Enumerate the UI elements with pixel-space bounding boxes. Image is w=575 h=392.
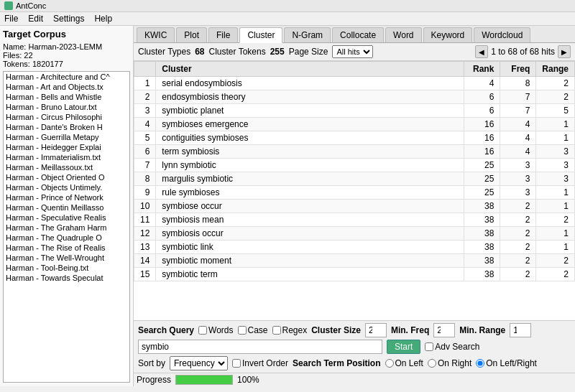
sidebar-file-item[interactable]: Harman - The Graham Harm bbox=[4, 223, 129, 233]
cluster-size-label: Cluster Size bbox=[311, 325, 361, 335]
table-row[interactable]: 12 symbiosis occur 38 2 1 bbox=[134, 227, 575, 241]
sidebar-file-item[interactable]: Harman - Prince of Network bbox=[4, 192, 129, 202]
search-term-position-label: Search Term Position bbox=[293, 358, 380, 368]
sidebar-file-item[interactable]: Harman - Object Oriented O bbox=[4, 172, 129, 182]
row-rank: 25 bbox=[464, 186, 500, 200]
sidebar-file-item[interactable]: Harman - Immaterialism.txt bbox=[4, 152, 129, 162]
menu-settings[interactable]: Settings bbox=[53, 14, 84, 24]
menu-help[interactable]: Help bbox=[94, 14, 112, 24]
on-right-radio[interactable] bbox=[428, 359, 436, 368]
row-range: 2 bbox=[536, 77, 575, 90]
on-left-right-radio[interactable] bbox=[476, 359, 484, 368]
sidebar-file-item[interactable]: Harman - Towards Speculat bbox=[4, 273, 129, 283]
sidebar-file-item[interactable]: Harman - Bells and Whistle bbox=[4, 92, 129, 102]
adv-search-label: Adv Search bbox=[425, 342, 479, 352]
start-button[interactable]: Start bbox=[387, 340, 420, 354]
on-left-radio[interactable] bbox=[385, 359, 394, 368]
page-size-select[interactable]: All hits 50 100 200 bbox=[332, 45, 373, 58]
sidebar-file-item[interactable]: Harman - Heidegger Explai bbox=[4, 142, 129, 152]
tab-plot[interactable]: Plot bbox=[176, 27, 207, 42]
prev-page-button[interactable]: ◀ bbox=[475, 45, 488, 58]
col-header-cluster[interactable]: Cluster bbox=[156, 62, 464, 77]
col-header-rank[interactable]: Rank bbox=[464, 62, 500, 77]
table-row[interactable]: 9 rule symbioses 25 3 1 bbox=[134, 186, 575, 200]
sidebar-file-item[interactable]: Harman - Speculative Realis bbox=[4, 213, 129, 223]
progress-bar-inner bbox=[176, 375, 232, 384]
sidebar-file-item[interactable]: Harman - Tool-Being.txt bbox=[4, 263, 129, 273]
min-range-input[interactable] bbox=[510, 323, 531, 337]
row-range: 3 bbox=[536, 145, 575, 159]
sidebar-file-item[interactable]: Harman - Art and Objects.tx bbox=[4, 82, 129, 92]
min-freq-input[interactable] bbox=[433, 323, 455, 337]
sidebar-file-item[interactable]: Harman - Meillassoux.txt bbox=[4, 162, 129, 172]
row-freq: 4 bbox=[500, 131, 536, 145]
sidebar-file-item[interactable]: Harman - Quentin Meillasso bbox=[4, 202, 129, 213]
sidebar-file-item[interactable]: Harman - Objects Untimely. bbox=[4, 182, 129, 192]
tab-cluster[interactable]: Cluster bbox=[239, 27, 282, 43]
tab-ngram[interactable]: N-Gram bbox=[284, 27, 331, 42]
table-container: Cluster Rank Freq Range 1 serial endosym… bbox=[134, 61, 575, 320]
cluster-size-input[interactable] bbox=[365, 323, 387, 337]
sidebar-file-item[interactable]: Harman - Guerrilla Metapy bbox=[4, 132, 129, 142]
tab-word[interactable]: Word bbox=[385, 27, 421, 42]
sidebar-file-item[interactable]: Harman - Bruno Latour.txt bbox=[4, 102, 129, 112]
sidebar-file-item[interactable]: Harman - Architecture and C^ bbox=[4, 72, 129, 82]
table-row[interactable]: 6 term symbiosis 16 4 3 bbox=[134, 145, 575, 159]
words-checkbox[interactable] bbox=[198, 326, 207, 335]
sidebar-file-item[interactable]: Harman - The Quadruple O bbox=[4, 233, 129, 243]
table-row[interactable]: 13 symbiotic link 38 2 1 bbox=[134, 241, 575, 254]
row-rank: 38 bbox=[464, 227, 500, 241]
table-row[interactable]: 15 symbiotic term 38 2 2 bbox=[134, 268, 575, 281]
row-freq: 2 bbox=[500, 227, 536, 241]
table-row[interactable]: 5 contiguities symbioses 16 4 1 bbox=[134, 131, 575, 145]
sidebar-file-item[interactable]: Harman - The Rise of Realis bbox=[4, 243, 129, 253]
table-row[interactable]: 2 endosymbiosis theory 6 7 2 bbox=[134, 90, 575, 104]
menu-file[interactable]: File bbox=[4, 14, 18, 24]
tab-wordcloud[interactable]: Wordcloud bbox=[474, 27, 530, 42]
row-range: 2 bbox=[536, 90, 575, 104]
sidebar-files[interactable]: Harman - Architecture and C^Harman - Art… bbox=[3, 71, 130, 383]
table-row[interactable]: 10 symbiose occur 38 2 1 bbox=[134, 200, 575, 213]
adv-search-checkbox[interactable] bbox=[425, 342, 433, 351]
table-row[interactable]: 4 symbioses emergence 16 4 1 bbox=[134, 118, 575, 131]
sidebar-file-item[interactable]: Harman - The Well-Wrought bbox=[4, 253, 129, 263]
search-input[interactable] bbox=[138, 340, 382, 354]
row-num: 2 bbox=[134, 90, 156, 104]
row-range: 3 bbox=[536, 172, 575, 186]
tab-file[interactable]: File bbox=[208, 27, 238, 42]
sort-select[interactable]: Frequency Range Cluster bbox=[170, 356, 228, 370]
row-range: 1 bbox=[536, 118, 575, 131]
next-page-button[interactable]: ▶ bbox=[558, 45, 571, 58]
case-checkbox[interactable] bbox=[238, 326, 247, 335]
menu-edit[interactable]: Edit bbox=[28, 14, 43, 24]
table-row[interactable]: 1 serial endosymbiosis 4 8 2 bbox=[134, 77, 575, 90]
table-row[interactable]: 14 symbiotic moment 38 2 2 bbox=[134, 254, 575, 268]
tab-collocate[interactable]: Collocate bbox=[332, 27, 384, 42]
row-rank: 4 bbox=[464, 77, 500, 90]
col-header-freq[interactable]: Freq bbox=[500, 62, 536, 77]
regex-checkbox[interactable] bbox=[272, 326, 281, 335]
row-range: 1 bbox=[536, 200, 575, 213]
row-freq: 8 bbox=[500, 77, 536, 90]
table-row[interactable]: 11 symbiosis mean 38 2 2 bbox=[134, 213, 575, 227]
row-freq: 4 bbox=[500, 118, 536, 131]
row-cluster: symbiotic planet bbox=[156, 104, 464, 118]
row-num: 7 bbox=[134, 159, 156, 172]
row-freq: 2 bbox=[500, 213, 536, 227]
row-cluster: term symbiosis bbox=[156, 145, 464, 159]
row-cluster: symbiotic link bbox=[156, 241, 464, 254]
table-row[interactable]: 8 margulis symbiotic 25 3 3 bbox=[134, 172, 575, 186]
row-freq: 7 bbox=[500, 90, 536, 104]
tab-keyword[interactable]: Keyword bbox=[423, 27, 473, 42]
row-freq: 3 bbox=[500, 172, 536, 186]
row-cluster: rule symbioses bbox=[156, 186, 464, 200]
table-row[interactable]: 7 lynn symbiotic 25 3 3 bbox=[134, 159, 575, 172]
invert-order-checkbox[interactable] bbox=[232, 359, 241, 368]
table-body: 1 serial endosymbiosis 4 8 2 2 endosymbi… bbox=[134, 77, 575, 281]
tab-kwic[interactable]: KWIC bbox=[137, 27, 175, 42]
sidebar-file-item[interactable]: Harman - Circus Philosophi bbox=[4, 112, 129, 122]
table-row[interactable]: 3 symbiotic planet 6 7 5 bbox=[134, 104, 575, 118]
name-label: Name: bbox=[3, 42, 26, 51]
sidebar-file-item[interactable]: Harman - Dante's Broken H bbox=[4, 122, 129, 132]
col-header-range[interactable]: Range bbox=[536, 62, 575, 77]
